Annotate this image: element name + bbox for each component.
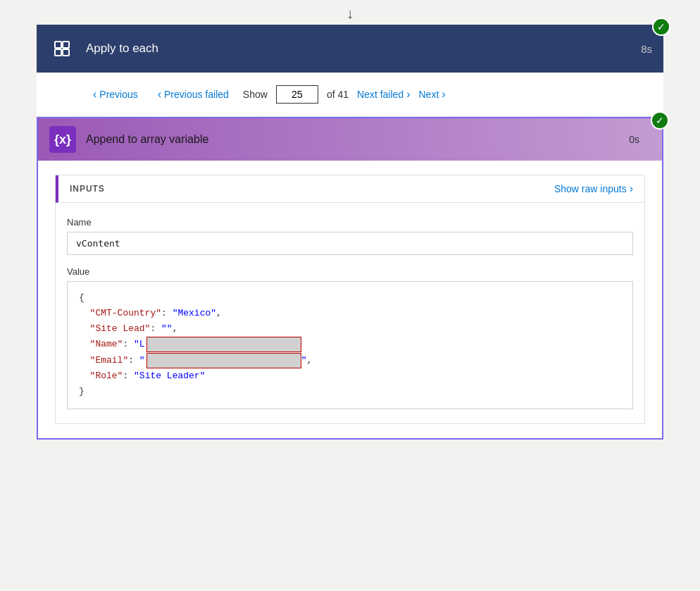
show-input[interactable]: [276, 85, 318, 104]
card-header: {x} Append to array variable 0s ✓: [38, 118, 662, 161]
apply-each-duration: 8s: [641, 43, 652, 55]
value-field-label: Value: [67, 266, 633, 277]
chevron-right-failed-icon: [406, 88, 410, 101]
apply-each-icon: [48, 35, 76, 63]
show-raw-inputs-button[interactable]: Show raw inputs ›: [554, 182, 633, 195]
name-field-value: vContent: [67, 232, 633, 255]
code-line-4: "Name": "L: [79, 337, 621, 353]
down-arrow-icon: ↓: [0, 0, 700, 25]
code-line-7: }: [79, 384, 621, 399]
card-title: Append to array variable: [86, 133, 629, 146]
svg-rect-3: [63, 49, 69, 56]
chevron-left-icon: [93, 88, 96, 101]
previous-failed-label: Previous failed: [164, 89, 229, 100]
code-line-3: "Site Lead": "",: [79, 321, 621, 337]
svg-rect-0: [55, 42, 61, 48]
code-line-6: "Role": "Site Leader": [79, 368, 621, 384]
show-raw-chevron-icon: ›: [630, 182, 633, 195]
show-label: Show: [243, 89, 268, 100]
success-badge-top: ✓: [652, 18, 670, 36]
previous-button[interactable]: Previous: [93, 88, 138, 101]
apply-each-bar: Apply to each 8s ✓: [37, 25, 663, 73]
next-failed-button[interactable]: Next failed: [357, 88, 410, 101]
inputs-section: INPUTS Show raw inputs › Name vContent V…: [55, 175, 645, 424]
svg-rect-1: [63, 42, 69, 48]
success-badge-card: ✓: [651, 111, 669, 130]
inputs-body: Name vContent Value { "CMT-Country": "Me…: [56, 203, 644, 423]
svg-rect-2: [55, 49, 61, 56]
card-duration: 0s: [629, 134, 639, 145]
next-failed-label: Next failed: [357, 89, 404, 100]
inputs-label: INPUTS: [70, 184, 554, 194]
name-field-label: Name: [67, 217, 633, 228]
value-code-box: { "CMT-Country": "Mexico", "Site Lead": …: [67, 281, 633, 409]
inputs-header: INPUTS Show raw inputs ›: [56, 175, 644, 203]
next-label: Next: [419, 89, 439, 100]
card-icon: {x}: [49, 126, 76, 153]
navigation-bar: Previous Previous failed Show of 41 Next…: [37, 73, 663, 117]
apply-each-title: Apply to each: [86, 42, 641, 56]
code-line-1: {: [79, 290, 621, 306]
card-body: INPUTS Show raw inputs › Name vContent V…: [38, 161, 662, 438]
show-raw-inputs-label: Show raw inputs: [554, 183, 627, 194]
next-button[interactable]: Next: [419, 88, 446, 101]
main-card: {x} Append to array variable 0s ✓ INPUTS…: [37, 117, 663, 440]
previous-failed-button[interactable]: Previous failed: [158, 88, 229, 101]
of-label: of 41: [327, 89, 349, 100]
code-line-5: "Email": "",: [79, 353, 621, 369]
previous-label: Previous: [99, 89, 137, 100]
chevron-right-icon: [442, 88, 445, 101]
bottom-spacer: [0, 440, 700, 468]
chevron-left-failed-icon: [158, 88, 161, 101]
code-line-2: "CMT-Country": "Mexico",: [79, 306, 621, 321]
